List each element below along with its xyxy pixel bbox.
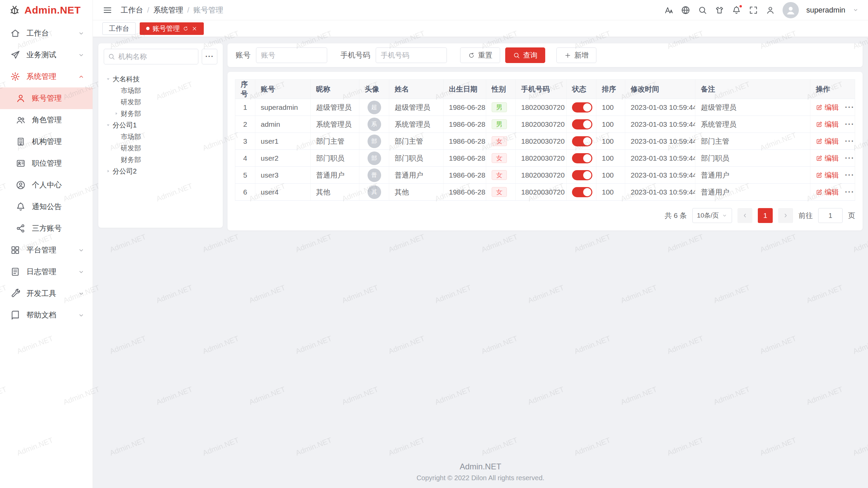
query-button[interactable]: 查询 [505,47,545,63]
column-header: 状态 [567,80,596,99]
more-actions-button[interactable]: ··· [845,155,854,162]
tree-node[interactable]: 市场部 [104,85,217,96]
page-size-select[interactable]: 10条/页 [692,208,732,223]
notification-icon[interactable] [732,5,741,15]
tree-node[interactable]: 财务部 [104,154,217,165]
fullscreen-icon[interactable] [749,5,758,15]
breadcrumb-item[interactable]: 工作台 [121,5,143,15]
sidebar-item-log-management[interactable]: 日志管理 [0,261,93,283]
close-icon[interactable] [192,26,197,32]
sidebar-item-notice[interactable]: 通知公告 [0,196,93,218]
caret-right-icon[interactable] [104,168,113,174]
goto-page-input[interactable] [818,208,843,223]
add-button[interactable]: 新增 [556,47,596,63]
sidebar-item-org-management[interactable]: 机构管理 [0,131,93,152]
cell-birth-date: 1986-06-28 [443,184,486,201]
refresh-icon[interactable] [183,26,189,32]
status-toggle[interactable] [572,102,592,113]
org-more-button[interactable]: ··· [202,49,217,64]
caret-right-icon[interactable] [112,110,121,117]
caret-placeholder [112,157,121,163]
tree-node[interactable]: 财务部 [104,108,217,119]
cell-gender: 男 [486,99,516,116]
more-actions-button[interactable]: ··· [845,138,854,145]
org-name-input[interactable] [104,49,198,64]
edit-button[interactable]: 编辑 [816,137,839,146]
column-header: 备注 [695,80,810,99]
status-toggle[interactable] [572,119,592,129]
more-actions-button[interactable]: ··· [845,171,854,179]
grid-icon [10,245,20,255]
cell-remark: 普通用户 [695,167,810,184]
theme-icon[interactable] [715,5,724,15]
tree-node[interactable]: 分公司2 [104,165,217,177]
tab-account-management[interactable]: 账号管理 [140,22,204,35]
username[interactable]: superadmin [806,6,845,15]
cell-name: 普通用户 [389,167,443,184]
search-icon[interactable] [698,5,707,15]
edit-icon [816,104,823,111]
next-page-button[interactable] [778,208,793,223]
sidebar-item-role-management[interactable]: 角色管理 [0,109,93,131]
phone-filter-input[interactable] [376,47,447,63]
edit-button[interactable]: 编辑 [816,187,839,197]
cards-row: ··· 大名科技市场部研发部财务部分公司1市场部研发部财务部分公司2 账号 手机… [98,43,863,230]
edit-icon [816,155,823,162]
cell-actions: 编辑··· [810,184,855,201]
sidebar-item-platform-management[interactable]: 平台管理 [0,239,93,261]
menu-collapse-icon[interactable] [102,5,113,15]
font-size-icon[interactable] [664,5,673,15]
sidebar-item-help-docs[interactable]: 帮助文档 [0,304,93,326]
tree-node[interactable]: 市场部 [104,131,217,142]
status-toggle[interactable] [572,136,592,146]
account-icon[interactable] [766,5,775,15]
more-actions-button[interactable]: ··· [845,188,854,196]
cell-remark: 系统管理员 [695,116,810,133]
caret-down-icon[interactable] [104,76,113,82]
tree-node[interactable]: 分公司1 [104,119,217,131]
edit-button[interactable]: 编辑 [816,154,839,163]
sidebar-item-personal-center[interactable]: 个人中心 [0,174,93,196]
reset-button[interactable]: 重置 [460,47,500,63]
language-icon[interactable] [681,5,690,15]
sidebar-item-account-management[interactable]: 账号管理 [0,87,93,109]
tree-node[interactable]: 研发部 [104,142,217,154]
tab-workbench[interactable]: 工作台 [102,22,136,35]
wrench-icon [10,288,20,299]
cell-account: user2 [255,150,311,167]
sidebar-item-dev-tools[interactable]: 开发工具 [0,283,93,304]
edit-button[interactable]: 编辑 [816,103,839,112]
sidebar-item-position-management[interactable]: 职位管理 [0,152,93,174]
status-toggle[interactable] [572,170,592,180]
more-actions-button[interactable]: ··· [845,104,854,111]
cell-name: 超级管理员 [389,99,443,116]
status-toggle[interactable] [572,187,592,197]
right-column: 账号 手机号码 重置 查询 [228,43,863,230]
account-filter-input[interactable] [256,47,327,63]
sidebar-item-workbench[interactable]: 工作台 [0,22,93,44]
cell-status [567,99,596,116]
sidebar-item-label: 业务测试 [26,50,78,60]
sidebar-item-label: 账号管理 [32,93,84,103]
caret-down-icon[interactable] [104,122,113,128]
sidebar-item-business-test[interactable]: 业务测试 [0,44,93,66]
tree-node[interactable]: 大名科技 [104,73,217,85]
edit-button-label: 编辑 [825,187,839,197]
prev-page-button[interactable] [737,208,752,223]
sidebar-item-third-party-account[interactable]: 三方账号 [0,218,93,239]
sidebar-item-system-management[interactable]: 系统管理 [0,66,93,87]
cell-status [567,184,596,201]
tree-node[interactable]: 研发部 [104,96,217,108]
breadcrumb-item[interactable]: 系统管理 [153,5,183,15]
more-actions-button[interactable]: ··· [845,121,854,128]
column-header: 修改时间 [625,80,695,99]
page-number-button[interactable]: 1 [758,208,773,223]
cell-account: superadmin [255,99,311,116]
chevron-down-icon[interactable] [853,7,859,13]
chevron-down-icon [78,269,84,275]
edit-button[interactable]: 编辑 [816,120,839,129]
user-avatar[interactable] [783,2,799,18]
status-toggle[interactable] [572,153,592,163]
cell-gender: 女 [486,167,516,184]
edit-button[interactable]: 编辑 [816,170,839,180]
